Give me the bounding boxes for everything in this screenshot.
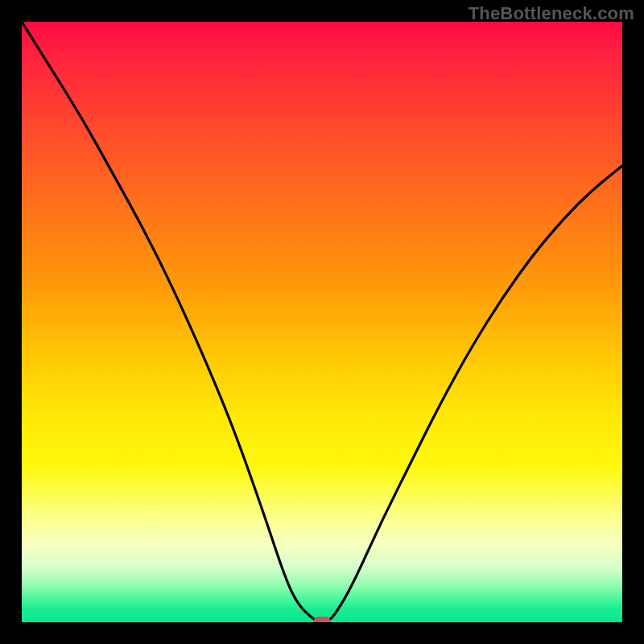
optimal-point-marker: [313, 617, 331, 622]
chart-frame: TheBottleneck.com: [0, 0, 644, 644]
plot-area: [22, 22, 622, 622]
bottleneck-curve-path: [22, 22, 622, 621]
bottleneck-curve-svg: [22, 22, 622, 622]
watermark-text: TheBottleneck.com: [469, 3, 634, 24]
